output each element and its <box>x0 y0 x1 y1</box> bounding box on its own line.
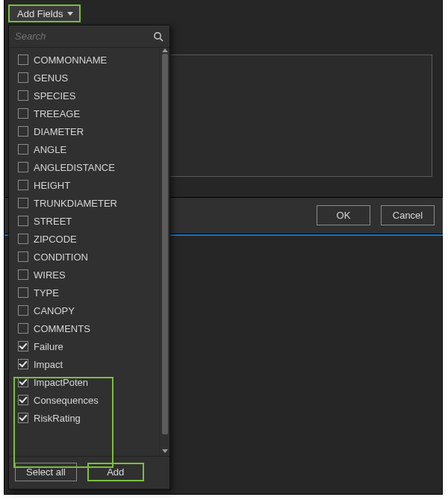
field-label: RiskRating <box>34 413 81 424</box>
field-checkbox[interactable] <box>18 395 28 405</box>
field-label: TYPE <box>34 287 59 299</box>
field-item[interactable]: ANGLEDISTANCE <box>9 158 159 176</box>
field-checkbox[interactable] <box>18 234 28 244</box>
field-checkbox[interactable] <box>18 341 28 351</box>
field-label: HEIGHT <box>34 180 70 191</box>
field-label: ImpactPoten <box>34 377 88 388</box>
field-label: TRUNKDIAMETER <box>34 198 117 209</box>
field-item[interactable]: Impact <box>9 355 159 373</box>
field-list: COMMONNAMEGENUSSPECIESTREEAGEDIAMETERANG… <box>9 48 159 456</box>
field-item[interactable]: RiskRating <box>9 409 159 427</box>
add-button[interactable]: Add <box>87 463 144 481</box>
field-checkbox[interactable] <box>18 72 28 83</box>
field-label: ZIPCODE <box>34 234 77 245</box>
field-item[interactable]: Consequences <box>9 391 159 409</box>
scroll-thumb[interactable] <box>162 54 168 434</box>
scroll-up-icon[interactable] <box>161 48 169 54</box>
search-input[interactable] <box>15 31 153 42</box>
field-checkbox[interactable] <box>18 305 28 316</box>
field-checkbox[interactable] <box>18 126 28 137</box>
field-label: ANGLEDISTANCE <box>34 162 115 173</box>
field-item[interactable]: TYPE <box>9 284 159 301</box>
field-checkbox[interactable] <box>18 251 28 262</box>
field-item[interactable]: TRUNKDIAMETER <box>9 194 159 212</box>
search-icon[interactable] <box>153 31 164 42</box>
field-item[interactable]: CANOPY <box>9 301 159 319</box>
field-label: WIRES <box>34 269 66 281</box>
svg-point-0 <box>155 32 161 38</box>
field-label: Failure <box>34 341 63 352</box>
field-label: DIAMETER <box>34 126 84 137</box>
field-item[interactable]: STREET <box>9 212 159 230</box>
field-item[interactable]: COMMENTS <box>9 319 159 337</box>
field-item[interactable]: COMMONNAME <box>9 51 159 69</box>
field-checkbox[interactable] <box>18 216 28 226</box>
field-label: COMMENTS <box>34 323 90 334</box>
field-checkbox[interactable] <box>18 269 28 280</box>
field-item[interactable]: ImpactPoten <box>9 373 159 391</box>
field-checkbox[interactable] <box>18 323 28 334</box>
field-checkbox[interactable] <box>18 180 28 190</box>
search-row <box>9 25 169 48</box>
select-all-button[interactable]: Select all <box>15 463 77 481</box>
field-label: CONDITION <box>34 251 88 263</box>
field-checkbox[interactable] <box>18 198 28 208</box>
field-label: STREET <box>34 216 72 227</box>
field-item[interactable]: DIAMETER <box>9 122 159 140</box>
field-label: SPECIES <box>34 90 75 101</box>
cancel-button[interactable]: Cancel <box>381 205 435 225</box>
field-label: TREEAGE <box>34 108 80 119</box>
field-label: COMMONNAME <box>34 54 107 66</box>
scroll-down-icon[interactable] <box>161 447 169 454</box>
field-item[interactable]: ANGLE <box>9 140 159 158</box>
field-item[interactable]: Failure <box>9 337 159 355</box>
field-item[interactable]: HEIGHT <box>9 176 159 194</box>
field-label: GENUS <box>34 72 68 84</box>
field-label: Impact <box>34 359 63 370</box>
field-item[interactable]: TREEAGE <box>9 104 159 122</box>
field-checkbox[interactable] <box>18 377 28 387</box>
field-item[interactable]: SPECIES <box>9 87 159 104</box>
ok-button[interactable]: OK <box>317 205 370 225</box>
svg-line-1 <box>160 38 163 41</box>
field-checkbox[interactable] <box>18 287 28 298</box>
field-checkbox[interactable] <box>18 144 28 154</box>
add-fields-dropdown: COMMONNAMEGENUSSPECIESTREEAGEDIAMETERANG… <box>8 25 170 490</box>
add-fields-label: Add Fields <box>17 8 63 19</box>
field-item[interactable]: GENUS <box>9 69 159 87</box>
field-checkbox[interactable] <box>18 90 28 101</box>
scrollbar[interactable] <box>159 48 169 456</box>
field-checkbox[interactable] <box>18 413 28 423</box>
field-checkbox[interactable] <box>18 54 28 65</box>
caret-down-icon <box>67 12 73 16</box>
field-label: ANGLE <box>34 144 66 155</box>
field-checkbox[interactable] <box>18 162 28 172</box>
field-item[interactable]: WIRES <box>9 266 159 284</box>
field-checkbox[interactable] <box>18 108 28 119</box>
add-fields-button[interactable]: Add Fields <box>8 4 81 22</box>
field-checkbox[interactable] <box>18 359 28 369</box>
field-label: CANOPY <box>34 305 75 316</box>
field-item[interactable]: ZIPCODE <box>9 230 159 248</box>
field-item[interactable]: CONDITION <box>9 248 159 266</box>
field-label: Consequences <box>34 395 99 406</box>
